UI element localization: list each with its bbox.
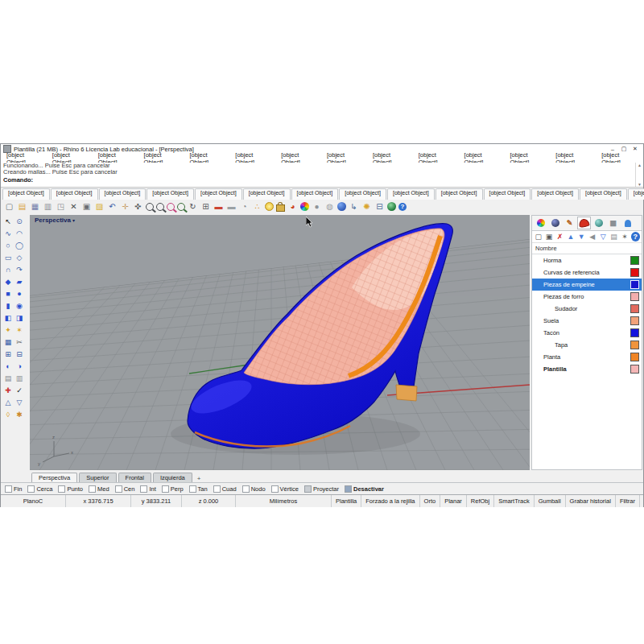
- move-down-button[interactable]: ▼: [577, 232, 586, 242]
- layer-row[interactable]: Tapa: [532, 339, 642, 351]
- layer-color-swatch[interactable]: [630, 341, 639, 349]
- osnap-toggle[interactable]: Cerca: [27, 485, 52, 493]
- rendered-view-icon[interactable]: [337, 202, 346, 211]
- properties-tab[interactable]: [534, 217, 547, 229]
- layer-color-swatch[interactable]: [630, 256, 639, 265]
- status-cell[interactable]: Orto: [420, 495, 441, 507]
- history-icon[interactable]: ◔: [239, 201, 250, 212]
- lock-icon[interactable]: [276, 204, 285, 212]
- arc-icon[interactable]: ◠: [14, 227, 25, 239]
- add-icon[interactable]: ✚: [2, 384, 14, 396]
- layer-help-button[interactable]: ?: [631, 232, 640, 242]
- command-area[interactable]: Funcionando... Pulse Esc para cancelar C…: [1, 163, 643, 188]
- select-filter-icon[interactable]: ⊟: [374, 201, 385, 212]
- osnap-toggle[interactable]: Punto: [58, 485, 83, 493]
- viewport-tab[interactable]: Perspectiva: [31, 473, 77, 482]
- move-view-icon[interactable]: ✜: [133, 201, 143, 212]
- render-visor-icon[interactable]: ◕: [287, 201, 298, 212]
- brush-tab[interactable]: ✎: [563, 217, 576, 229]
- rotate-view-icon[interactable]: ↻: [188, 201, 198, 212]
- gumball-icon[interactable]: ✦: [2, 324, 14, 336]
- layer-row[interactable]: Sudador: [532, 303, 642, 315]
- tools-button[interactable]: ✶: [620, 232, 629, 242]
- layer-color-swatch[interactable]: [630, 365, 639, 374]
- notifications-tab[interactable]: [621, 217, 634, 229]
- polygon-icon[interactable]: ◇: [14, 251, 25, 263]
- mirror-icon[interactable]: ◑: [14, 360, 25, 372]
- explode-icon[interactable]: ✶: [14, 324, 25, 336]
- surface-icon[interactable]: ◆: [2, 275, 14, 287]
- layer-color-swatch[interactable]: [630, 328, 639, 337]
- status-cell[interactable]: Gumball: [535, 495, 566, 507]
- arc2-icon[interactable]: ∩: [2, 263, 14, 275]
- materials-tab[interactable]: [548, 217, 562, 229]
- freeform-curve-icon[interactable]: ∿: [2, 227, 14, 239]
- viewport-tab[interactable]: Izquierda: [153, 473, 192, 482]
- triangle-down-icon[interactable]: ▽: [14, 396, 25, 408]
- curve-edit-icon[interactable]: ↷: [14, 263, 25, 275]
- sheet-button[interactable]: ▤: [609, 232, 618, 242]
- earth-icon[interactable]: [387, 202, 396, 211]
- join-icon[interactable]: ⊞: [2, 348, 14, 360]
- mesh-tool-icon[interactable]: ▬: [226, 201, 237, 212]
- paste-icon[interactable]: ▨: [94, 201, 105, 212]
- filter-button[interactable]: ▽: [598, 232, 607, 242]
- triangle-up-icon[interactable]: △: [2, 396, 14, 408]
- color-wheel-icon[interactable]: [300, 202, 309, 211]
- status-cell[interactable]: Planar: [440, 495, 467, 507]
- help-icon[interactable]: ?: [398, 203, 407, 211]
- ghosted-view-icon[interactable]: ◍: [324, 201, 335, 212]
- sphere-icon[interactable]: ●: [14, 287, 25, 299]
- osnap-toggle[interactable]: Tan: [189, 485, 208, 493]
- osnap-toggle[interactable]: Desactivar: [345, 485, 384, 493]
- zoom-selected-icon[interactable]: [167, 203, 175, 211]
- gears-icon[interactable]: ✺: [361, 201, 372, 212]
- layer-color-swatch[interactable]: [630, 292, 639, 301]
- layer-color-swatch[interactable]: [630, 304, 639, 313]
- layer-row[interactable]: Piezas de empeine: [532, 279, 642, 291]
- status-cell[interactable]: SmartTrack: [494, 495, 534, 507]
- rectangle-icon[interactable]: ▭: [2, 251, 14, 263]
- osnap-toggle[interactable]: Fin: [5, 485, 22, 493]
- undo-icon[interactable]: ↶: [107, 201, 118, 212]
- new-file-icon[interactable]: ▢: [4, 201, 14, 212]
- open-file-icon[interactable]: ▤: [17, 201, 27, 212]
- check-icon[interactable]: ✓: [14, 384, 25, 396]
- status-cell[interactable]: PlanoC: [1, 495, 66, 507]
- diamond-icon[interactable]: ◊: [2, 408, 14, 420]
- loft-icon[interactable]: ▰: [14, 275, 25, 287]
- box-icon[interactable]: ■: [2, 287, 14, 299]
- osnap-toggle[interactable]: Nodo: [242, 485, 266, 493]
- render-tab[interactable]: ▦: [606, 217, 620, 229]
- status-cell[interactable]: y 3833.211: [131, 495, 182, 507]
- points-on-icon[interactable]: ∴: [252, 201, 262, 212]
- layer-row[interactable]: Planta: [532, 351, 642, 363]
- add-viewport-icon[interactable]: +: [194, 475, 204, 482]
- viewport-tab[interactable]: Superior: [79, 473, 116, 482]
- copy-icon[interactable]: ▣: [81, 201, 92, 212]
- cylinder-icon[interactable]: ▮: [2, 299, 14, 312]
- layer-row[interactable]: Curvas de referencia: [532, 266, 642, 279]
- command-prompt[interactable]: Comando:: [1, 175, 643, 186]
- move-up-button[interactable]: ▲: [566, 232, 575, 242]
- circle-icon[interactable]: ○: [2, 239, 14, 251]
- layer-row[interactable]: Horma: [532, 254, 642, 266]
- section-tool-icon[interactable]: ▬: [213, 201, 224, 212]
- export-icon[interactable]: ◳: [56, 201, 66, 212]
- array-icon[interactable]: ▦: [2, 336, 14, 348]
- print-icon[interactable]: ▥: [43, 201, 53, 212]
- pan-hand-icon[interactable]: ✛: [120, 201, 130, 212]
- delete-icon[interactable]: ✕: [68, 201, 79, 212]
- grid-snap-icon[interactable]: ⊞: [200, 201, 211, 212]
- collapse-button[interactable]: ◀: [588, 232, 597, 242]
- zoom-icon[interactable]: [146, 203, 154, 211]
- viewport-tab[interactable]: Frontal: [118, 473, 151, 482]
- new-sublayer-button[interactable]: ▣: [544, 232, 553, 242]
- save-icon[interactable]: ▦: [30, 201, 40, 212]
- layer-color-swatch[interactable]: [630, 268, 639, 277]
- layer-row[interactable]: Suela: [532, 315, 642, 327]
- display-tab[interactable]: [592, 217, 605, 229]
- pipe-icon[interactable]: ◉: [14, 299, 25, 312]
- ellipse-icon[interactable]: ◯: [14, 239, 25, 251]
- zoom-window-icon[interactable]: [156, 203, 164, 211]
